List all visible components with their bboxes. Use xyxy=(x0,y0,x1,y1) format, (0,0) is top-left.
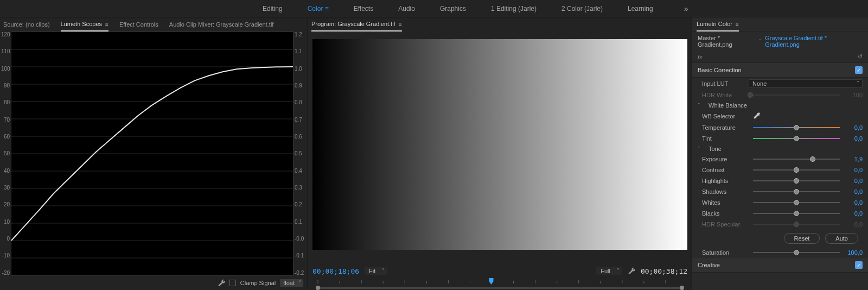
zoom-fit-select[interactable]: Fit xyxy=(365,267,387,275)
timecode-duration[interactable]: 00;00;38;12 xyxy=(641,267,687,275)
left-tabs: Source: (no clips) Lumetri Scopes≡ Effec… xyxy=(0,17,308,31)
playhead-icon[interactable] xyxy=(489,278,493,285)
tone-header[interactable]: Tone xyxy=(709,146,722,152)
workspace-custom-2[interactable]: 2 Color (Jarle) xyxy=(559,1,605,17)
wrench-icon[interactable] xyxy=(218,279,225,287)
active-clip-label[interactable]: Grayscale Gradient.tif * Gradient.png xyxy=(765,35,863,48)
chevron-down-icon[interactable]: ˅ xyxy=(698,103,702,108)
section-basic-correction[interactable]: Basic Correction ✓ xyxy=(692,63,868,78)
tab-effect-controls[interactable]: Effect Controls xyxy=(119,18,158,31)
wrench-icon[interactable] xyxy=(628,267,635,275)
blacks-value[interactable]: 0,0 xyxy=(843,210,863,217)
temperature-value[interactable]: 0,0 xyxy=(843,124,863,131)
contrast-slider[interactable] xyxy=(753,166,840,174)
scope-mode-select[interactable]: float xyxy=(280,279,303,287)
saturation-label: Saturation xyxy=(702,249,749,256)
panel-menu-icon[interactable]: ≡ xyxy=(736,21,739,27)
shadows-value[interactable]: 0,0 xyxy=(843,188,863,195)
lumetri-panel: Lumetri Color≡ Master * Gradient.png ˅ G… xyxy=(692,17,868,290)
panel-menu-icon[interactable]: ≡ xyxy=(105,21,108,27)
tab-lumetri-scopes-label: Lumetri Scopes xyxy=(61,21,102,27)
section-title: Creative xyxy=(698,262,720,268)
tab-lumetri-color[interactable]: Lumetri Color≡ xyxy=(697,17,739,31)
program-timeline[interactable] xyxy=(308,278,692,290)
tab-audio-mixer[interactable]: Audio Clip Mixer: Grayscale Gradient.tif xyxy=(169,18,274,31)
section-enable-checkbox[interactable]: ✓ xyxy=(855,66,863,74)
out-point-handle[interactable] xyxy=(680,286,684,290)
workspace-color[interactable]: Color xyxy=(305,1,331,17)
section-title: Basic Correction xyxy=(698,67,742,73)
hdr-specular-slider xyxy=(753,220,840,228)
highlights-label: Highlights xyxy=(702,178,749,184)
section-enable-checkbox[interactable]: ✓ xyxy=(855,261,863,269)
whites-label: Whites xyxy=(702,199,749,206)
workspace-editing[interactable]: Editing xyxy=(260,1,285,17)
saturation-value[interactable]: 100,0 xyxy=(843,249,863,256)
chevron-down-icon[interactable]: ˅ xyxy=(698,146,702,152)
highlights-slider[interactable] xyxy=(753,177,840,185)
hdr-specular-value: 0,0 xyxy=(843,221,863,228)
white-balance-header[interactable]: White Balance xyxy=(709,102,747,109)
clamp-signal-label: Clamp Signal xyxy=(240,280,276,286)
tab-program[interactable]: Program: Grayscale Gradient.tif≡ xyxy=(311,17,402,31)
workspace-bar: Editing Color Effects Audio Graphics 1 E… xyxy=(0,0,868,17)
workspace-learning[interactable]: Learning xyxy=(626,1,655,17)
whites-value[interactable]: 0,0 xyxy=(843,199,863,206)
auto-button[interactable]: Auto xyxy=(825,233,858,244)
chevron-down-icon[interactable]: ˅ xyxy=(759,39,762,44)
whites-slider[interactable] xyxy=(753,199,840,206)
shadows-slider[interactable] xyxy=(753,188,840,196)
exposure-slider[interactable] xyxy=(753,155,840,163)
temperature-label: Temperature xyxy=(702,124,749,131)
workspace-custom-1[interactable]: 1 Editing (Jarle) xyxy=(489,1,539,17)
fx-label: fx xyxy=(698,54,703,60)
tint-slider[interactable] xyxy=(753,135,840,142)
resolution-select[interactable]: Full xyxy=(596,267,622,275)
clamp-signal-checkbox[interactable] xyxy=(229,280,236,286)
wb-selector-label: WB Selector xyxy=(702,113,749,119)
tab-lumetri-scopes[interactable]: Lumetri Scopes≡ xyxy=(61,17,108,31)
scope-axis-right: 1.21.11.0 0.90.80.7 0.60.50.4 0.30.20.1 … xyxy=(293,31,308,276)
exposure-value[interactable]: 1,9 xyxy=(843,156,863,162)
waveform-scope xyxy=(11,31,293,276)
contrast-value[interactable]: 0,0 xyxy=(843,167,863,173)
master-clip-label[interactable]: Master * Gradient.png xyxy=(698,35,756,48)
eyedropper-icon[interactable] xyxy=(753,112,761,121)
panel-menu-icon[interactable]: ≡ xyxy=(399,21,402,27)
input-lut-select[interactable]: None xyxy=(749,79,863,88)
reset-button[interactable]: Reset xyxy=(784,233,820,244)
workspace-effects[interactable]: Effects xyxy=(352,1,375,17)
temperature-slider[interactable] xyxy=(753,124,840,131)
tint-label: Tint xyxy=(702,135,749,142)
workspace-graphics[interactable]: Graphics xyxy=(438,1,468,17)
program-controls: 00;00;18;06 Fit Full 00;00;38;12 xyxy=(308,264,692,278)
hdr-white-label: HDR White xyxy=(702,92,744,98)
svg-rect-30 xyxy=(318,287,682,289)
contrast-label: Contrast xyxy=(702,167,749,173)
reset-effect-icon[interactable]: ↺ xyxy=(858,53,863,60)
scope-grid xyxy=(11,49,293,258)
input-lut-label: Input LUT xyxy=(702,80,744,87)
blacks-label: Blacks xyxy=(702,210,749,217)
hdr-specular-label: HDR Specular xyxy=(702,221,749,228)
exposure-label: Exposure xyxy=(702,156,749,162)
program-panel: Program: Grayscale Gradient.tif≡ 00;00;1… xyxy=(308,17,692,290)
saturation-slider[interactable] xyxy=(753,249,840,256)
hdr-white-value: 100 xyxy=(843,92,863,98)
tab-program-label: Program: Grayscale Gradient.tif xyxy=(311,21,395,27)
workspace-overflow-icon[interactable]: » xyxy=(684,4,688,13)
clip-breadcrumb: Master * Gradient.png ˅ Grayscale Gradie… xyxy=(692,31,868,51)
shadows-label: Shadows xyxy=(702,188,749,195)
program-monitor[interactable] xyxy=(312,39,687,250)
section-creative[interactable]: Creative ✓ xyxy=(692,258,868,273)
scope-footer: Clamp Signal float xyxy=(0,276,308,290)
blacks-slider[interactable] xyxy=(753,210,840,217)
scopes-panel: Source: (no clips) Lumetri Scopes≡ Effec… xyxy=(0,17,308,290)
workspace-audio[interactable]: Audio xyxy=(396,1,417,17)
highlights-value[interactable]: 0,0 xyxy=(843,178,863,184)
tint-value[interactable]: 0,0 xyxy=(843,135,863,142)
tab-lumetri-label: Lumetri Color xyxy=(697,21,732,27)
in-point-handle[interactable] xyxy=(316,286,320,290)
tab-source[interactable]: Source: (no clips) xyxy=(3,18,50,31)
timecode-current[interactable]: 00;00;18;06 xyxy=(312,267,359,275)
